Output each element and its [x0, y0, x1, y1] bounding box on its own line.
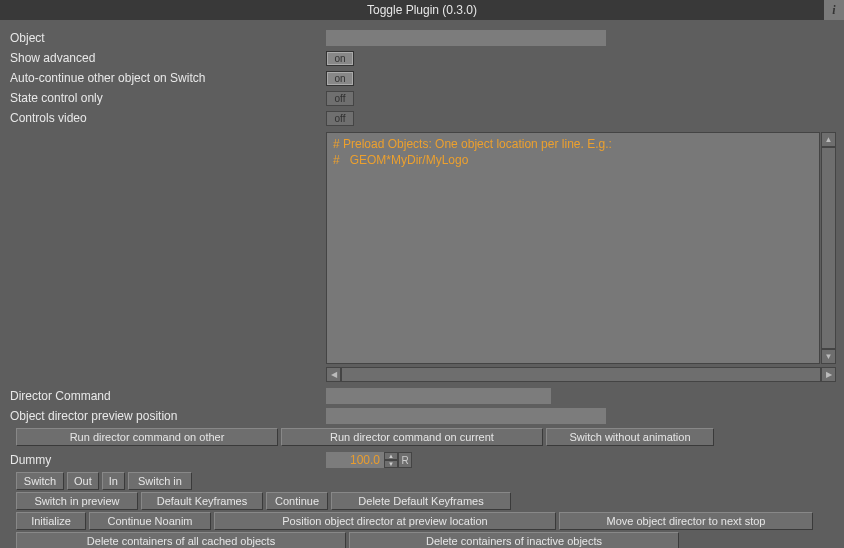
continue-noanim-button[interactable]: Continue Noanim — [89, 512, 211, 530]
out-button[interactable]: Out — [67, 472, 99, 490]
in-button[interactable]: In — [102, 472, 125, 490]
move-obj-director-next-stop-button[interactable]: Move object director to next stop — [559, 512, 813, 530]
horizontal-scrollbar[interactable]: ◀ ▶ — [326, 367, 836, 382]
run-director-current-button[interactable]: Run director command on current — [281, 428, 543, 446]
content-area: Object Show advanced on Auto-continue ot… — [0, 20, 844, 548]
initialize-button[interactable]: Initialize — [16, 512, 86, 530]
run-director-other-button[interactable]: Run director command on other — [16, 428, 278, 446]
spinner-down-icon[interactable]: ▼ — [384, 460, 398, 468]
preload-textarea-wrap: ▲ ▼ ◀ ▶ — [326, 132, 836, 382]
label-show-advanced: Show advanced — [10, 50, 326, 66]
director-command-input[interactable] — [326, 388, 551, 404]
show-advanced-toggle[interactable]: on — [326, 51, 354, 66]
switch-without-animation-button[interactable]: Switch without animation — [546, 428, 714, 446]
preload-objects-textarea[interactable] — [326, 132, 820, 364]
state-control-only-toggle[interactable]: off — [326, 91, 354, 106]
dummy-input[interactable] — [326, 452, 384, 468]
scroll-up-icon[interactable]: ▲ — [821, 132, 836, 147]
label-obj-dir-preview-pos: Object director preview position — [10, 408, 326, 424]
label-auto-continue: Auto-continue other object on Switch — [10, 70, 326, 86]
switch-in-button[interactable]: Switch in — [128, 472, 192, 490]
delete-cached-objects-button[interactable]: Delete containers of all cached objects — [16, 532, 346, 548]
titlebar: Toggle Plugin (0.3.0) i — [0, 0, 844, 20]
label-object: Object — [10, 30, 326, 46]
switch-in-preview-button[interactable]: Switch in preview — [16, 492, 138, 510]
label-controls-video: Controls video — [10, 110, 326, 126]
scroll-track-h[interactable] — [341, 367, 821, 382]
scroll-left-icon[interactable]: ◀ — [326, 367, 341, 382]
spinner-up-icon[interactable]: ▲ — [384, 452, 398, 460]
window-title: Toggle Plugin (0.3.0) — [367, 3, 477, 17]
delete-default-keyframes-button[interactable]: Delete Default Keyframes — [331, 492, 511, 510]
scroll-track-v[interactable] — [821, 147, 836, 349]
obj-dir-preview-pos-input[interactable] — [326, 408, 606, 424]
scroll-down-icon[interactable]: ▼ — [821, 349, 836, 364]
dummy-spinner[interactable]: ▲ ▼ — [384, 452, 398, 468]
auto-continue-toggle[interactable]: on — [326, 71, 354, 86]
continue-button[interactable]: Continue — [266, 492, 328, 510]
label-director-command: Director Command — [10, 388, 326, 404]
label-dummy: Dummy — [10, 452, 326, 468]
label-state-control-only: State control only — [10, 90, 326, 106]
position-obj-director-button[interactable]: Position object director at preview loca… — [214, 512, 556, 530]
info-button[interactable]: i — [824, 0, 844, 20]
object-input[interactable] — [326, 30, 606, 46]
controls-video-toggle[interactable]: off — [326, 111, 354, 126]
delete-inactive-objects-button[interactable]: Delete containers of inactive objects — [349, 532, 679, 548]
dummy-reset-button[interactable]: R — [398, 452, 412, 468]
switch-button[interactable]: Switch — [16, 472, 64, 490]
scroll-right-icon[interactable]: ▶ — [821, 367, 836, 382]
default-keyframes-button[interactable]: Default Keyframes — [141, 492, 263, 510]
vertical-scrollbar[interactable]: ▲ ▼ — [821, 132, 836, 364]
